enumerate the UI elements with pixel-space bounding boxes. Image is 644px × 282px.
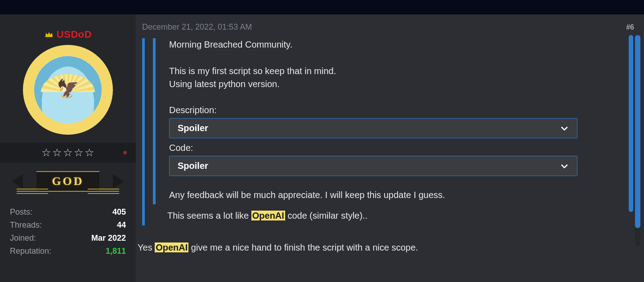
eagle-icon: 🦅: [45, 79, 90, 97]
post-main: December 21, 2022, 01:53 AM #6 Morning B…: [136, 14, 644, 282]
quote-feedback-line: Any feedback will be much appreciate. I …: [169, 189, 638, 202]
quote-line: Using latest python version.: [169, 78, 638, 91]
star-icon: ☆: [85, 146, 94, 159]
user-stats: Posts: 405 Threads: 44 Joined: Mar 2022 …: [0, 203, 136, 258]
reply-suffix: code (similar style)..: [285, 211, 367, 220]
chevron-down-icon: [560, 162, 569, 171]
avatar[interactable]: DEPARTMENT OF DEFENSE UNITED STATES OF A…: [23, 45, 113, 135]
post-meta: December 21, 2022, 01:53 AM #6: [136, 14, 638, 35]
crown-icon: [44, 30, 54, 40]
forum-post: USDoD DEPARTMENT OF DEFENSE UNITED STATE…: [0, 14, 644, 282]
highlight-openai: OpenAI: [155, 242, 188, 252]
stat-label: Reputation:: [10, 247, 51, 256]
quote-line: This is my first script so keep that in …: [169, 65, 638, 78]
star-icon: ☆: [74, 146, 84, 159]
description-label: Description:: [169, 105, 638, 115]
quote-line: Morning Breached Community.: [169, 38, 638, 51]
spoiler-code[interactable]: Spoiler: [169, 156, 577, 176]
stat-reputation: Reputation: 1,811: [10, 245, 126, 258]
post-timestamp[interactable]: December 21, 2022, 01:53 AM: [142, 22, 252, 32]
quote-block-inner: Morning Breached Community. This is my f…: [153, 38, 638, 204]
post-number[interactable]: #6: [626, 23, 634, 31]
stat-label: Posts:: [10, 207, 32, 217]
answer-suffix: give me a nice hand to finish the script…: [188, 242, 418, 252]
avatar-inner: 🦅: [34, 56, 102, 123]
post-answer: Yes OpenAI give me a nice hand to finish…: [138, 242, 638, 253]
rank-banner: GOD: [14, 168, 122, 195]
rank-label: GOD: [52, 175, 84, 188]
stat-value: 44: [117, 220, 126, 230]
star-icon: ☆: [41, 146, 51, 159]
reply-prefix: This seems a lot like: [167, 211, 251, 220]
status-dot-icon: [123, 151, 127, 154]
scrollbar-thumb-inner[interactable]: [629, 35, 633, 212]
spoiler-description[interactable]: Spoiler: [169, 118, 577, 138]
top-strip: [0, 0, 644, 14]
stat-label: Joined:: [10, 234, 36, 243]
username-row[interactable]: USDoD: [44, 29, 92, 40]
quote-block-outer: Morning Breached Community. This is my f…: [142, 38, 638, 225]
rating-stars: ☆ ☆ ☆ ☆ ☆: [0, 143, 136, 163]
stat-value[interactable]: 1,811: [106, 247, 126, 256]
chevron-down-icon: [560, 124, 569, 133]
spoiler-label: Spoiler: [178, 123, 208, 133]
star-icon: ☆: [63, 146, 73, 159]
stat-label: Threads:: [10, 220, 42, 230]
stat-joined: Joined: Mar 2022: [10, 232, 126, 245]
username[interactable]: USDoD: [57, 29, 92, 40]
stat-value: Mar 2022: [91, 234, 126, 243]
scrollbar-thumb[interactable]: [635, 35, 640, 228]
stat-threads: Threads: 44: [10, 219, 126, 232]
answer-prefix: Yes: [138, 242, 155, 252]
stat-value: 405: [112, 207, 126, 217]
star-icon: ☆: [52, 146, 62, 159]
code-label: Code:: [169, 143, 638, 153]
outer-quote-reply: This seems a lot like OpenAI code (simil…: [159, 211, 638, 221]
user-sidebar: USDoD DEPARTMENT OF DEFENSE UNITED STATE…: [0, 14, 136, 282]
stat-posts: Posts: 405: [10, 206, 126, 219]
highlight-openai: OpenAI: [251, 211, 285, 220]
spoiler-label: Spoiler: [178, 161, 208, 171]
